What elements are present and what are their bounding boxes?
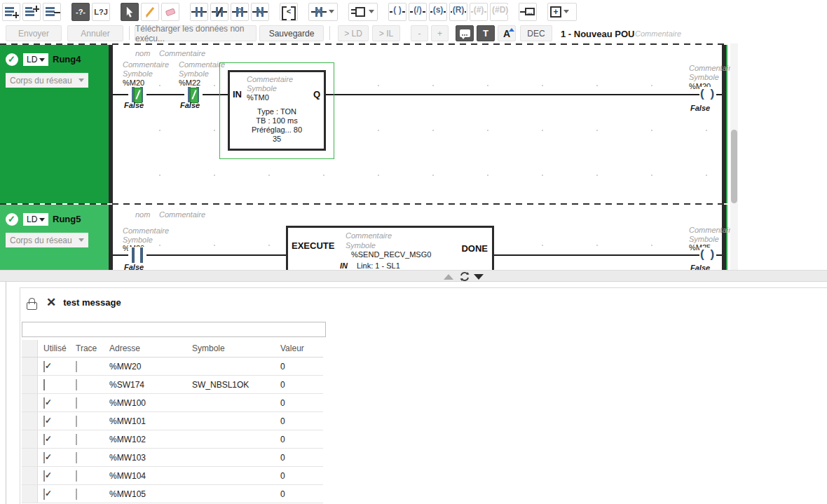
used-checkbox[interactable] — [43, 361, 45, 372]
collapse-up-icon[interactable] — [444, 274, 453, 280]
show-comments-button[interactable] — [456, 25, 474, 41]
function-block-button[interactable] — [348, 3, 378, 21]
table-row[interactable]: %MW1030 — [22, 449, 323, 467]
lock-icon[interactable] — [26, 297, 36, 308]
dropdown-arrow-icon — [39, 218, 45, 222]
trace-checkbox[interactable] — [76, 434, 77, 445]
contact-nc-button[interactable] — [210, 3, 228, 21]
table-row[interactable]: %MW200 — [22, 357, 323, 376]
select-tool-button[interactable] — [121, 3, 139, 21]
pou-comment-placeholder[interactable]: Commentaire — [635, 29, 681, 38]
question-contact-icon: -?- — [76, 8, 86, 16]
contact-no-icon — [191, 5, 207, 19]
delete-trace-icon[interactable]: ✕ — [46, 297, 56, 308]
contact-p-button[interactable]: P — [231, 3, 249, 21]
timer-block-tm0[interactable]: IN Q Commentaire Symbole %TM0 Type : TON… — [228, 70, 326, 151]
add-rung-button[interactable] — [2, 3, 20, 21]
zoom-out-button: - — [411, 25, 428, 41]
cancel-button[interactable]: Annuler — [67, 25, 123, 41]
compare-block-button[interactable]: < — [280, 3, 298, 21]
used-checkbox[interactable] — [43, 452, 45, 463]
trace-checkbox[interactable] — [76, 361, 77, 372]
coil-m20[interactable]: ( ) — [699, 87, 716, 101]
rung5-body-select[interactable]: Corps du réseau — [6, 233, 88, 247]
col-used[interactable]: Utilisé — [38, 343, 71, 353]
used-checkbox[interactable] — [43, 470, 45, 482]
msg-block-send-recv[interactable]: EXECUTE DONE Commentaire Symbole %SEND_R… — [286, 226, 494, 270]
used-checkbox[interactable] — [43, 416, 45, 427]
trace-checkbox[interactable] — [76, 379, 77, 390]
rung5-canvas[interactable]: nom Commentaire Commentaire Symbole %M20… — [109, 205, 729, 270]
animation-table-panel: ✕ test message Utilisé Trace Adresse Sym… — [20, 287, 827, 504]
table-row[interactable]: %MW1040 — [22, 467, 323, 485]
operate-block-icon: ... — [520, 5, 535, 19]
show-symbols-button[interactable]: T — [477, 25, 495, 41]
question-coil-button[interactable]: L?J — [92, 3, 110, 21]
trace-checkbox[interactable] — [76, 470, 77, 482]
used-checkbox[interactable] — [43, 379, 45, 390]
contact-no-m20[interactable] — [128, 247, 146, 264]
rung4-valid-check-icon[interactable] — [6, 53, 18, 66]
rung5-language-select[interactable]: LD — [23, 213, 48, 226]
col-symbol[interactable]: Symbole — [189, 343, 276, 353]
used-checkbox[interactable] — [43, 434, 45, 445]
right-rail-accent — [726, 205, 727, 270]
xor-contact-button[interactable]: X — [308, 3, 338, 21]
trace-checkbox[interactable] — [76, 452, 77, 463]
compare-block-icon: < — [281, 5, 296, 19]
sync-panes-icon[interactable] — [459, 271, 470, 282]
rung4-language-select[interactable]: LD — [23, 53, 48, 66]
contact-n-button[interactable]: N — [251, 3, 269, 21]
coil-m25[interactable]: ( ) — [699, 247, 716, 261]
function-block-icon — [351, 5, 367, 19]
row-address: %MW104 — [104, 471, 189, 481]
table-row[interactable]: %MW1050 — [22, 485, 323, 503]
send-button[interactable]: Envoyer — [6, 25, 62, 41]
insert-rung-button[interactable] — [22, 3, 41, 21]
rung4-name[interactable]: Rung4 — [53, 54, 81, 64]
backup-button[interactable]: Sauvegarde — [259, 25, 324, 41]
rung4-canvas[interactable]: nom Commentaire Commentaire Symbole %M20… — [109, 45, 729, 203]
coil-button[interactable]: ( ) — [388, 3, 406, 21]
erase-tool-button[interactable] — [161, 3, 179, 21]
used-checkbox[interactable] — [43, 489, 45, 500]
coil-negated-button[interactable]: (/) — [409, 3, 427, 21]
trace-checkbox[interactable] — [76, 397, 77, 409]
coil-set-button[interactable]: (s) — [429, 3, 447, 21]
font-size-button[interactable]: A — [498, 25, 516, 41]
timer-q-pin: Q — [313, 89, 320, 100]
dropdown-arrow-icon — [78, 79, 84, 82]
question-contact-button[interactable]: -?- — [71, 3, 90, 21]
scrollbar-thumb[interactable] — [731, 130, 737, 203]
watch-filter-input[interactable] — [22, 322, 326, 337]
table-row[interactable]: %SW174SW_NBSL1OK0 — [22, 376, 323, 394]
table-row[interactable]: %MW1020 — [22, 430, 323, 449]
pane-splitter[interactable] — [0, 270, 827, 282]
col-trace[interactable]: Trace — [71, 343, 104, 353]
col-address[interactable]: Adresse — [104, 343, 189, 353]
rung5-valid-check-icon[interactable] — [6, 213, 18, 226]
trace-checkbox[interactable] — [76, 416, 77, 427]
add-element-button[interactable]: + — [547, 3, 577, 21]
table-row[interactable]: %MW1000 — [22, 394, 323, 412]
contact-no-button[interactable] — [190, 3, 208, 21]
used-checkbox[interactable] — [43, 397, 45, 409]
operate-block-button[interactable]: ... — [519, 3, 537, 21]
row-address: %SW174 — [104, 380, 189, 390]
delete-rung-button[interactable] — [43, 3, 61, 21]
collapse-down-icon[interactable] — [474, 274, 484, 280]
display-base-button[interactable]: DEC — [520, 25, 552, 41]
text-symbol-icon: T — [483, 28, 488, 39]
contact-nc-icon — [212, 5, 227, 19]
draw-tool-button[interactable] — [141, 3, 159, 21]
editor-vertical-scrollbar[interactable] — [730, 43, 738, 270]
download-data-button[interactable]: Télécharger les données non exécu... — [135, 25, 257, 41]
dropdown-arrow-icon — [78, 238, 84, 242]
rung5-name[interactable]: Rung5 — [53, 214, 81, 224]
col-value[interactable]: Valeur — [276, 343, 322, 353]
rung4-body-select[interactable]: Corps du réseau — [6, 73, 88, 88]
coil-reset-button[interactable]: (R) — [449, 3, 467, 21]
table-row[interactable]: %MW1010 — [22, 412, 323, 430]
trace-checkbox[interactable] — [76, 489, 77, 500]
contact-value: False — [124, 263, 144, 270]
